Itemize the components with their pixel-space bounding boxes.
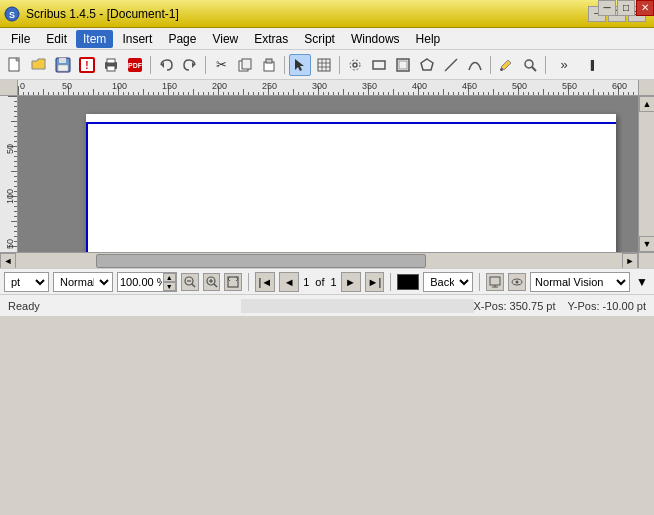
xpos-label: X-Pos: 350.75 pt: [474, 300, 556, 312]
svg-point-47: [516, 280, 519, 283]
svg-point-26: [350, 60, 360, 70]
toolbar-sep-6: [545, 56, 546, 74]
eyedropper-button[interactable]: [495, 54, 517, 76]
bottom-sep-1: [248, 273, 249, 291]
menu-help[interactable]: Help: [409, 30, 448, 48]
vscroll-down-button[interactable]: ▼: [639, 236, 654, 252]
color-swatch[interactable]: [397, 274, 419, 290]
zoom-fit-button[interactable]: [224, 273, 242, 291]
paste-button[interactable]: [258, 54, 280, 76]
line-button[interactable]: [440, 54, 462, 76]
vscroll-track[interactable]: [639, 112, 654, 236]
selection-border: [86, 122, 616, 252]
svg-rect-27: [373, 61, 385, 69]
display-settings-button[interactable]: [486, 273, 504, 291]
status-position-text: X-Pos: 350.75 pt Y-Pos: -10.00 pt: [474, 300, 646, 312]
redo-button[interactable]: [179, 54, 201, 76]
copy-button[interactable]: [234, 54, 256, 76]
new-button[interactable]: [4, 54, 26, 76]
canvas-area: ▲ ▼ ◄ ►: [0, 80, 654, 268]
menu-edit[interactable]: Edit: [39, 30, 74, 48]
vertical-scrollbar[interactable]: ▲ ▼: [638, 96, 654, 252]
document-page: [86, 114, 616, 252]
svg-rect-10: [107, 66, 115, 71]
overflow-button[interactable]: »: [550, 54, 578, 76]
menu-item[interactable]: Item: [76, 30, 113, 48]
svg-line-39: [214, 284, 217, 287]
page-next-button[interactable]: ►: [341, 272, 361, 292]
polygon-button[interactable]: [416, 54, 438, 76]
hscroll-track[interactable]: [16, 253, 622, 268]
svg-rect-20: [318, 59, 330, 71]
menu-file[interactable]: File: [4, 30, 37, 48]
page-of-label: of: [315, 276, 324, 288]
toolbar-sep-4: [339, 56, 340, 74]
zoom-in-button[interactable]: [203, 273, 221, 291]
unit-selector[interactable]: pt mm cm in: [4, 272, 49, 292]
svg-rect-29: [399, 61, 407, 69]
hscroll-thumb[interactable]: [96, 254, 426, 268]
zoom-up-button[interactable]: ▲: [163, 273, 176, 282]
menu-script[interactable]: Script: [297, 30, 342, 48]
main-toolbar: ! PDF ✂: [0, 50, 654, 80]
bezier-button[interactable]: [464, 54, 486, 76]
vscroll-up-button[interactable]: ▲: [639, 96, 654, 112]
zoom-tool-button[interactable]: [519, 54, 541, 76]
status-bar: Ready X-Pos: 350.75 pt Y-Pos: -10.00 pt: [0, 294, 654, 316]
title-left: S Scribus 1.4.5 - [Document-1]: [4, 6, 179, 22]
bottom-sep-2: [390, 273, 391, 291]
hscroll-right-button[interactable]: ►: [622, 253, 638, 268]
vision-mode-selector[interactable]: Normal Vision Protanopia Deuteranopia: [530, 272, 630, 292]
zoom-control: ▲ ▼: [117, 272, 177, 292]
svg-marker-19: [295, 59, 304, 71]
horizontal-scrollbar-row[interactable]: ◄ ►: [0, 252, 654, 268]
preflight-button[interactable]: !: [76, 54, 98, 76]
cut-button[interactable]: ✂: [210, 54, 232, 76]
zoom-out-button[interactable]: [181, 273, 199, 291]
toolbar-sep-2: [205, 56, 206, 74]
svg-rect-4: [59, 58, 66, 63]
svg-rect-43: [490, 277, 500, 285]
page-first-button[interactable]: |◄: [255, 272, 275, 292]
dock-button[interactable]: ▐: [580, 54, 602, 76]
app-icon: S: [4, 6, 20, 22]
menu-windows[interactable]: Windows: [344, 30, 407, 48]
bottom-sep-3: [479, 273, 480, 291]
toolbar-sep-3: [284, 56, 285, 74]
document-canvas[interactable]: [18, 96, 638, 252]
save-button[interactable]: [52, 54, 74, 76]
hscroll-left-button[interactable]: ◄: [0, 253, 16, 268]
app-minimize-button[interactable]: ─: [598, 0, 616, 16]
bottom-toolbar: pt mm cm in Normal Preview ▲ ▼ |◄ ◄ 1 of…: [0, 268, 654, 294]
color-blind-button[interactable]: [508, 273, 526, 291]
svg-point-33: [525, 60, 533, 68]
color-selector[interactable]: Back None: [423, 272, 473, 292]
frame-button[interactable]: [392, 54, 414, 76]
open-button[interactable]: [28, 54, 50, 76]
app-close-button[interactable]: ✕: [636, 0, 654, 16]
menu-view[interactable]: View: [205, 30, 245, 48]
zoom-input[interactable]: [118, 273, 164, 291]
page-last-button[interactable]: ►|: [365, 272, 385, 292]
menu-insert[interactable]: Insert: [115, 30, 159, 48]
zoom-down-button[interactable]: ▼: [163, 282, 176, 291]
rect-button[interactable]: [368, 54, 390, 76]
undo-button[interactable]: [155, 54, 177, 76]
vertical-ruler: [0, 96, 18, 252]
svg-rect-9: [107, 59, 115, 63]
mode-selector[interactable]: Normal Preview: [53, 272, 113, 292]
menu-extras[interactable]: Extras: [247, 30, 295, 48]
settings-button[interactable]: [344, 54, 366, 76]
horizontal-ruler: [18, 80, 638, 96]
vision-dropdown-button[interactable]: ▼: [634, 274, 650, 290]
svg-rect-5: [58, 65, 68, 71]
app-maximize-button[interactable]: □: [617, 0, 635, 16]
print-button[interactable]: [100, 54, 122, 76]
menu-page[interactable]: Page: [161, 30, 203, 48]
export-pdf-button[interactable]: PDF: [124, 54, 146, 76]
svg-rect-42: [228, 277, 238, 287]
page-prev-button[interactable]: ◄: [279, 272, 299, 292]
table-button[interactable]: [313, 54, 335, 76]
select-button[interactable]: [289, 54, 311, 76]
ruler-corner-right: [638, 80, 654, 96]
